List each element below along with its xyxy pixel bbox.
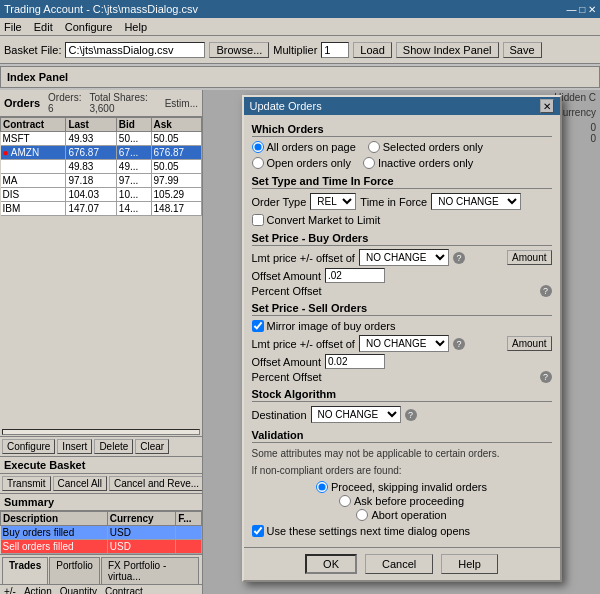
summary-row-buy[interactable]: Buy orders filled USD bbox=[1, 526, 202, 540]
cell-last: 49.93 bbox=[66, 132, 116, 146]
sell-percent-info-icon[interactable]: ? bbox=[540, 371, 552, 383]
radio-all-orders-input[interactable] bbox=[252, 141, 264, 153]
menu-edit[interactable]: Edit bbox=[34, 21, 53, 33]
col-contract-bottom: Contract bbox=[105, 586, 143, 594]
radio-all-orders-label: All orders on page bbox=[267, 141, 356, 153]
orders-table-container: Contract Last Bid Ask MSFT 49.93 50... 5… bbox=[0, 117, 202, 428]
radio-open-orders[interactable]: Open orders only bbox=[252, 157, 351, 169]
order-type-select[interactable]: REL bbox=[310, 193, 356, 210]
destination-select[interactable]: NO CHANGE bbox=[311, 406, 401, 423]
buy-lmt-price-row: Lmt price +/- offset of NO CHANGE ? Amou… bbox=[252, 248, 552, 267]
buy-percent-info-icon[interactable]: ? bbox=[540, 285, 552, 297]
radio-open-orders-input[interactable] bbox=[252, 157, 264, 169]
sell-lmt-select[interactable]: NO CHANGE bbox=[359, 335, 449, 352]
use-settings-row: Use these settings next time dialog open… bbox=[252, 523, 552, 539]
orders-count: Orders: 6 bbox=[48, 92, 81, 114]
dialog-overlay: Update Orders ✕ Which Orders All orders … bbox=[203, 90, 600, 594]
browse-button[interactable]: Browse... bbox=[209, 42, 269, 58]
buy-offset-input[interactable] bbox=[325, 268, 385, 283]
radio-inactive-orders[interactable]: Inactive orders only bbox=[363, 157, 473, 169]
table-row[interactable]: MA 97.18 97... 97.99 bbox=[1, 174, 202, 188]
sell-offset-input[interactable] bbox=[325, 354, 385, 369]
order-type-row: Order Type REL Time in Force NO CHANGE bbox=[252, 191, 552, 212]
insert-button[interactable]: Insert bbox=[57, 439, 92, 454]
tab-portfolio[interactable]: Portfolio bbox=[49, 557, 100, 584]
use-settings-checkbox[interactable] bbox=[252, 525, 264, 537]
set-type-section: Set Type and Time In Force bbox=[252, 175, 552, 189]
cell-last: 104.03 bbox=[66, 188, 116, 202]
load-button[interactable]: Load bbox=[353, 42, 391, 58]
summary-col-f: F... bbox=[176, 512, 202, 526]
sell-info-icon[interactable]: ? bbox=[453, 338, 465, 350]
time-in-force-label: Time in Force bbox=[360, 196, 427, 208]
orders-estim: Estim... bbox=[165, 98, 198, 109]
sell-amount-button[interactable]: Amount bbox=[507, 336, 551, 351]
configure-button[interactable]: Configure bbox=[2, 439, 55, 454]
table-row[interactable]: 49.83 49... 50.05 bbox=[1, 160, 202, 174]
radio-ask-before[interactable]: Ask before proceeding bbox=[339, 495, 464, 507]
table-row[interactable]: MSFT 49.93 50... 50.05 bbox=[1, 132, 202, 146]
show-index-button[interactable]: Show Index Panel bbox=[396, 42, 499, 58]
cancel-button[interactable]: Cancel bbox=[365, 554, 433, 574]
cell-contract: ● AMZN bbox=[1, 146, 66, 160]
radio-abort[interactable]: Abort operation bbox=[356, 509, 446, 521]
buy-amount-button[interactable]: Amount bbox=[507, 250, 551, 265]
mirror-image-checkbox[interactable] bbox=[252, 320, 264, 332]
dialog-title: Update Orders bbox=[250, 100, 322, 112]
toolbar: Basket File: Browse... Multiplier Load S… bbox=[0, 36, 600, 64]
cell-ask: 676.87 bbox=[151, 146, 201, 160]
destination-info-icon[interactable]: ? bbox=[405, 409, 417, 421]
transmit-button[interactable]: Transmit bbox=[2, 476, 51, 491]
bottom-buttons: Configure Insert Delete Clear bbox=[0, 436, 202, 456]
radio-proceed-input[interactable] bbox=[316, 481, 328, 493]
buy-offset-amount-row: Offset Amount bbox=[252, 267, 552, 284]
time-in-force-select[interactable]: NO CHANGE bbox=[431, 193, 521, 210]
buy-lmt-select[interactable]: NO CHANGE bbox=[359, 249, 449, 266]
menu-bar: File Edit Configure Help bbox=[0, 18, 600, 36]
menu-file[interactable]: File bbox=[4, 21, 22, 33]
radio-inactive-orders-input[interactable] bbox=[363, 157, 375, 169]
convert-market-checkbox[interactable] bbox=[252, 214, 264, 226]
multiplier-label: Multiplier bbox=[273, 44, 317, 56]
menu-help[interactable]: Help bbox=[124, 21, 147, 33]
radio-ask-before-input[interactable] bbox=[339, 495, 351, 507]
buy-info-icon[interactable]: ? bbox=[453, 252, 465, 264]
convert-market-label: Convert Market to Limit bbox=[267, 214, 381, 226]
cancel-reverse-button[interactable]: Cancel and Reve... bbox=[109, 476, 203, 491]
cell-ask: 105.29 bbox=[151, 188, 201, 202]
dialog-footer: OK Cancel Help bbox=[244, 547, 560, 580]
tab-trades[interactable]: Trades bbox=[2, 557, 48, 584]
clear-button[interactable]: Clear bbox=[135, 439, 169, 454]
cell-bid: 67... bbox=[116, 146, 151, 160]
sell-offset-label: Offset Amount bbox=[252, 356, 322, 368]
multiplier-input[interactable] bbox=[321, 42, 349, 58]
radio-selected-orders[interactable]: Selected orders only bbox=[368, 141, 483, 153]
table-row[interactable]: ● AMZN 676.87 67... 676.87 bbox=[1, 146, 202, 160]
radio-selected-orders-input[interactable] bbox=[368, 141, 380, 153]
right-panel: □ Hidden C Currency 0 0 Update Orders ✕ … bbox=[203, 90, 600, 594]
radio-all-orders[interactable]: All orders on page bbox=[252, 141, 356, 153]
basket-file-input[interactable] bbox=[65, 42, 205, 58]
summary-row-sell[interactable]: Sell orders filled USD bbox=[1, 540, 202, 554]
execute-basket-header: Execute Basket bbox=[0, 456, 202, 474]
dialog-close-button[interactable]: ✕ bbox=[540, 99, 554, 113]
ok-button[interactable]: OK bbox=[305, 554, 357, 574]
delete-button[interactable]: Delete bbox=[94, 439, 133, 454]
cell-contract bbox=[1, 160, 66, 174]
cell-contract: MSFT bbox=[1, 132, 66, 146]
cell-contract: IBM bbox=[1, 202, 66, 216]
menu-configure[interactable]: Configure bbox=[65, 21, 113, 33]
radio-abort-input[interactable] bbox=[356, 509, 368, 521]
cell-contract: MA bbox=[1, 174, 66, 188]
main-layout: Orders Orders: 6 Total Shares: 3,600 Est… bbox=[0, 90, 600, 594]
table-row[interactable]: IBM 147.07 14... 148.17 bbox=[1, 202, 202, 216]
sell-offset-amount-row: Offset Amount bbox=[252, 353, 552, 370]
save-button[interactable]: Save bbox=[503, 42, 542, 58]
help-button[interactable]: Help bbox=[441, 554, 498, 574]
cell-bid: 97... bbox=[116, 174, 151, 188]
table-row[interactable]: DIS 104.03 10... 105.29 bbox=[1, 188, 202, 202]
tab-fx-portfolio[interactable]: FX Portfolio - virtua... bbox=[101, 557, 199, 584]
cancel-all-button[interactable]: Cancel All bbox=[53, 476, 107, 491]
mirror-image-label: Mirror image of buy orders bbox=[267, 320, 396, 332]
radio-proceed[interactable]: Proceed, skipping invalid orders bbox=[316, 481, 487, 493]
